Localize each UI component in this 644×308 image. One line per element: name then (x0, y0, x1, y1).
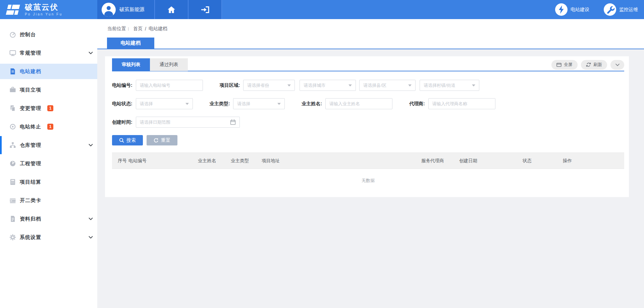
sidebar-item-station-terminate[interactable]: 电站终止 1 (0, 119, 97, 134)
station-no-label: 电站编号: (112, 82, 132, 88)
agent-input[interactable] (428, 98, 495, 109)
tab-review-list[interactable]: 审核列表 (112, 58, 150, 71)
filter-owner-type: 业主类型: 请选择 (210, 98, 285, 109)
date-range-picker[interactable]: 请选择日期范围 (136, 117, 240, 128)
breadcrumb-home-link[interactable]: 首页 (133, 26, 143, 32)
action-buttons: 搜索 重置 (112, 135, 624, 145)
date-range-value: 请选择日期范围 (140, 119, 170, 125)
fullscreen-icon (556, 63, 561, 67)
nav-station-build[interactable]: 电站建设 (555, 0, 589, 19)
gear-icon (9, 234, 16, 241)
reset-icon (154, 138, 159, 143)
filter-form: 电站编号: 项目区域: 请选择省份 请选择城市 (112, 80, 624, 128)
owner-name-input[interactable] (325, 98, 392, 109)
created-time-label: 创建时间: (112, 119, 132, 125)
collapse-button[interactable] (610, 60, 624, 70)
town-select[interactable]: 请选择村镇/街道 (420, 80, 479, 91)
tab-passed-list[interactable]: 通过列表 (150, 58, 188, 71)
gauge-icon (9, 160, 16, 167)
filter-owner-name: 业主姓名: (302, 98, 392, 109)
county-select[interactable]: 请选择县/区 (359, 80, 416, 91)
header-spacer (222, 0, 555, 19)
sidebar-item-open-card[interactable]: 开二类卡 (0, 193, 97, 208)
province-select-value: 请选择省份 (247, 82, 269, 88)
brand-logo[interactable]: 破茧云伏 Po Jian Yun Fu (0, 0, 97, 19)
city-select-value: 请选择城市 (304, 82, 325, 88)
copy-icon (9, 105, 16, 112)
sidebar-item-warehouse-mgmt[interactable]: 仓库管理 (0, 137, 97, 153)
sidebar-item-system-settings[interactable]: 系统设置 (0, 230, 97, 245)
col-owner-name: 业主姓名 (198, 158, 231, 164)
filter-station-status: 电站状态: 请选择 (112, 98, 193, 109)
sidebar-item-label: 资料归档 (20, 216, 41, 222)
agent-label: 代理商: (409, 101, 425, 107)
briefcase-icon (9, 86, 16, 94)
breadcrumb-bar: 当前位置： 首页 / 电站建档 电站建档 (97, 19, 644, 49)
sitemap-icon (9, 141, 16, 149)
caret-down-icon (408, 84, 412, 86)
breadcrumb: 当前位置： 首页 / 电站建档 (107, 26, 644, 32)
user-menu[interactable]: 破茧新能源 (97, 0, 155, 19)
logout-button[interactable] (189, 0, 222, 19)
station-no-input[interactable] (136, 80, 203, 91)
filter-station-no: 电站编号: (112, 80, 203, 91)
monitor-icon (9, 49, 16, 57)
home-button[interactable] (155, 0, 189, 19)
province-select[interactable]: 请选择省份 (243, 80, 295, 91)
col-create-date: 创建日期 (459, 158, 523, 164)
panel-toolbar: 全屏 刷新 (551, 60, 624, 70)
sidebar-item-project-settlement[interactable]: 项目结算 (0, 174, 97, 190)
city-select[interactable]: 请选择城市 (300, 80, 356, 91)
owner-type-select[interactable]: 请选择 (233, 98, 285, 109)
refresh-label: 刷新 (593, 62, 602, 68)
top-header: 破茧云伏 Po Jian Yun Fu 破茧新能源 (0, 0, 644, 19)
sidebar-item-general-mgmt[interactable]: 常规管理 (0, 45, 97, 61)
content-area: 审核列表 通过列表 全屏 (97, 49, 644, 308)
brand-text-block: 破茧云伏 Po Jian Yun Fu (25, 3, 62, 16)
search-button[interactable]: 搜索 (112, 135, 143, 145)
target-icon (9, 123, 16, 130)
main-area: 当前位置： 首页 / 电站建档 电站建档 审核列表 通过列表 (97, 19, 644, 308)
fullscreen-button[interactable]: 全屏 (551, 60, 578, 70)
refresh-button[interactable]: 刷新 (581, 60, 607, 70)
reset-button[interactable]: 重置 (147, 135, 177, 145)
sidebar: 控制台 常规管理 电站建档 (0, 19, 97, 308)
chevron-down-icon (615, 64, 620, 66)
sidebar-item-engineering-mgmt[interactable]: 工程管理 (0, 156, 97, 171)
dashboard-icon (9, 31, 16, 38)
filter-row-1: 电站编号: 项目区域: 请选择省份 请选择城市 (112, 80, 624, 91)
col-owner-type: 业主类型 (231, 158, 262, 164)
sidebar-item-label: 工程管理 (20, 161, 41, 167)
sidebar-item-label: 电站终止 (20, 124, 41, 130)
region-label: 项目区域: (220, 82, 240, 88)
chevron-down-icon (89, 236, 93, 239)
sidebar-item-change-mgmt[interactable]: 变更管理 1 (0, 101, 97, 116)
home-icon (167, 6, 176, 14)
caret-down-icon (287, 84, 291, 86)
panel-card: 审核列表 通过列表 全屏 (105, 56, 629, 197)
nav-station-build-label: 电站建设 (571, 7, 589, 13)
wrench-icon (604, 3, 616, 16)
col-project-address: 项目地址 (262, 158, 421, 164)
chevron-down-icon (89, 144, 93, 146)
col-service-agent: 服务代理商 (421, 158, 459, 164)
town-select-value: 请选择村镇/街道 (424, 82, 455, 88)
sidebar-item-label: 电站建档 (20, 68, 41, 75)
sidebar-item-label: 常规管理 (20, 50, 41, 56)
sidebar-item-project-initiation[interactable]: 项目立项 (0, 82, 97, 98)
brand-title: 破茧云伏 (25, 3, 62, 11)
sidebar-item-station-archive[interactable]: 电站建档 (0, 64, 97, 79)
sidebar-item-label: 仓库管理 (20, 142, 41, 148)
sign-in-arrow-icon (200, 6, 210, 14)
table-header-row: 序号 电站编号 业主姓名 业主类型 项目地址 服务代理商 创建日期 状态 操作 (112, 152, 624, 169)
refresh-icon (586, 62, 591, 67)
calculator-icon (9, 178, 16, 186)
col-station-no: 电站编号 (128, 158, 198, 164)
station-status-select[interactable]: 请选择 (136, 98, 193, 109)
page-tab-station-archive[interactable]: 电站建档 (107, 38, 154, 49)
breadcrumb-prefix: 当前位置： (107, 26, 131, 32)
sidebar-item-console[interactable]: 控制台 (0, 27, 97, 42)
sidebar-item-label: 变更管理 (20, 105, 41, 112)
nav-monitor-ops[interactable]: 监控运维 (604, 0, 638, 19)
sidebar-item-data-archive[interactable]: 资料归档 (0, 211, 97, 227)
